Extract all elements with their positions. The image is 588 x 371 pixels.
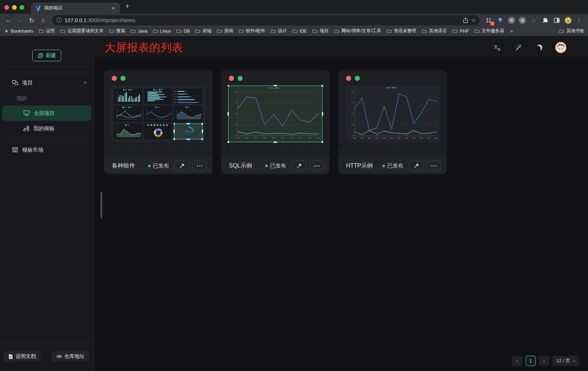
site-info-icon[interactable]: ⓘ xyxy=(57,17,62,24)
hammer-icon xyxy=(296,163,302,169)
bookmark-star-icon[interactable]: ☆ xyxy=(471,17,476,24)
more-icon xyxy=(197,165,202,166)
mini-hbar-chart xyxy=(144,88,172,104)
star-extension-icon[interactable]: ☆ xyxy=(530,16,538,24)
project-card[interactable]: SQL示例 已发布 xyxy=(222,70,329,174)
edit-button[interactable] xyxy=(292,161,306,171)
more-button[interactable] xyxy=(427,161,441,171)
split-view-icon[interactable] xyxy=(553,16,561,24)
next-page-button[interactable]: › xyxy=(539,356,549,366)
edit-button[interactable] xyxy=(409,161,423,171)
bookmark-folder[interactable]: 文件服务器 xyxy=(474,28,504,34)
reload-icon[interactable]: ↻ xyxy=(26,15,37,26)
current-page-button[interactable]: 1 xyxy=(526,356,536,366)
bookmark-folder[interactable]: DB xyxy=(176,29,190,34)
bookmark-folder[interactable]: 软件/硬件 xyxy=(239,28,265,34)
new-tab-button[interactable]: + xyxy=(125,2,129,11)
green-dot xyxy=(355,76,360,81)
sidebar-item-project[interactable]: 项目 xyxy=(0,75,94,90)
chevron-up-icon[interactable] xyxy=(83,82,87,85)
address-bar[interactable]: ⓘ 127.0.0.1:3000/#/project/items ☆ xyxy=(52,15,480,25)
bookmark-folder[interactable]: IDE xyxy=(292,29,307,34)
prev-page-button[interactable]: ‹ xyxy=(512,356,522,366)
bookmark-folder[interactable]: Java xyxy=(131,29,147,34)
more-button[interactable] xyxy=(192,161,207,171)
mini-line-chart xyxy=(114,106,142,121)
extension-icons: 9 ⌘ ☆ xyxy=(485,16,572,24)
repo-button[interactable]: </> 仓库地址 xyxy=(52,351,89,362)
bookmark-folder[interactable]: 近期需要读的文章 xyxy=(60,28,103,34)
scrollbar-thumb[interactable] xyxy=(100,192,102,218)
window-zoom-button[interactable] xyxy=(20,5,24,10)
project-card[interactable]: HTTP示例 已发布 xyxy=(339,70,446,174)
bookmarks-divider xyxy=(553,28,554,34)
bookmark-folder[interactable]: 网站/博客/文章/工具 xyxy=(334,28,381,34)
recorder-extension-icon[interactable] xyxy=(519,17,526,24)
main-content: 大屏报表的列表 文A xyxy=(94,36,588,371)
dotted-separator xyxy=(226,150,325,151)
more-button[interactable] xyxy=(309,161,324,171)
bookmarks-manager[interactable]: ★Bookmarks xyxy=(4,28,33,34)
card-title: 各种组件 xyxy=(112,162,135,170)
project-card[interactable]: 25.00% 各种组件 已发布 xyxy=(104,70,212,174)
language-icon[interactable]: 文A xyxy=(492,42,502,53)
page-header: 大屏报表的列表 文A xyxy=(94,36,588,59)
bookmark-folder[interactable]: 其他语言 xyxy=(422,28,447,34)
browser-tab[interactable]: 我的项目 × xyxy=(31,3,120,14)
url-path: :3000/#/project/items xyxy=(86,17,135,23)
window-close-button[interactable] xyxy=(4,5,9,10)
header-actions: 文A xyxy=(492,42,588,53)
tab-close-icon[interactable]: × xyxy=(110,5,116,12)
bookmark-folder[interactable]: 设计 xyxy=(271,28,287,34)
bookmarks-overflow-icon[interactable]: » xyxy=(510,28,513,34)
star-icon: ★ xyxy=(4,28,9,34)
forward-icon[interactable]: → xyxy=(15,15,25,26)
card-thumbnail[interactable]: 25.00% xyxy=(111,86,205,142)
bookmark-folder[interactable]: PHP xyxy=(452,29,469,34)
sidebar-item-my-templates[interactable]: 我的模板 xyxy=(0,121,94,136)
bookmark-folder[interactable]: 搜索 xyxy=(109,28,126,34)
smiley-extension-icon[interactable] xyxy=(564,17,572,24)
hammer-icon xyxy=(179,163,185,169)
code-icon: </> xyxy=(57,354,62,359)
docs-button[interactable]: 说明文档 xyxy=(4,351,41,362)
edit-button[interactable] xyxy=(174,161,189,171)
window-minimize-button[interactable] xyxy=(12,5,17,10)
http-line-chart xyxy=(345,86,440,142)
mini-area-chart xyxy=(174,106,202,121)
gem-extension-icon[interactable] xyxy=(496,16,504,24)
sidebar-item-all-projects[interactable]: 全部项目 xyxy=(2,106,91,121)
dark-mode-moon-icon[interactable] xyxy=(534,42,544,53)
back-icon[interactable]: ← xyxy=(3,15,14,26)
extensions-puzzle-icon[interactable] xyxy=(541,16,549,24)
bookmark-folder[interactable]: Linux xyxy=(153,29,171,34)
bookmark-folder[interactable]: 游戏 xyxy=(217,28,233,34)
app-window: 新建 项目 我的 全部项目 我的模板 模板市场 说明文档 xyxy=(0,36,588,371)
status-badge: 已发布 xyxy=(148,162,169,169)
tab-strip: 我的项目 × + xyxy=(0,0,588,14)
bookmark-folder[interactable]: 运营 xyxy=(39,28,55,34)
mini-gauge-chart: 25.00% xyxy=(174,124,202,139)
sidebar-item-template-market[interactable]: 模板市场 xyxy=(0,142,94,157)
mini-bar-chart xyxy=(114,88,142,104)
share-icon[interactable] xyxy=(463,17,468,23)
page-size-select[interactable]: 12 / 页 xyxy=(552,356,579,366)
new-project-button[interactable]: 新建 xyxy=(32,50,61,61)
bookmark-folder[interactable]: 前端 xyxy=(195,28,211,34)
card-thumbnail[interactable] xyxy=(345,86,440,142)
home-icon[interactable]: ⌂ xyxy=(38,15,49,26)
more-icon xyxy=(314,165,320,166)
other-bookmarks[interactable]: 其他书签 xyxy=(559,28,584,34)
status-badge: 已发布 xyxy=(265,162,286,169)
svg-text:25.00%: 25.00% xyxy=(185,131,192,133)
extension-grid-icon[interactable]: 9 xyxy=(485,16,493,24)
browser-menu-icon[interactable]: ⋮ xyxy=(574,17,584,24)
command-extension-icon[interactable]: ⌘ xyxy=(508,17,515,24)
avatar[interactable] xyxy=(555,42,566,53)
bookmark-folder[interactable]: 项目 xyxy=(312,28,329,34)
pagination: ‹ 1 › 12 / 页 xyxy=(512,356,579,366)
bookmark-folder[interactable]: 资讯未整理 xyxy=(387,28,416,34)
magic-wand-icon[interactable] xyxy=(513,42,523,53)
card-thumbnail[interactable] xyxy=(228,86,322,142)
url-text: 127.0.0.1:3000/#/project/items xyxy=(65,17,460,23)
